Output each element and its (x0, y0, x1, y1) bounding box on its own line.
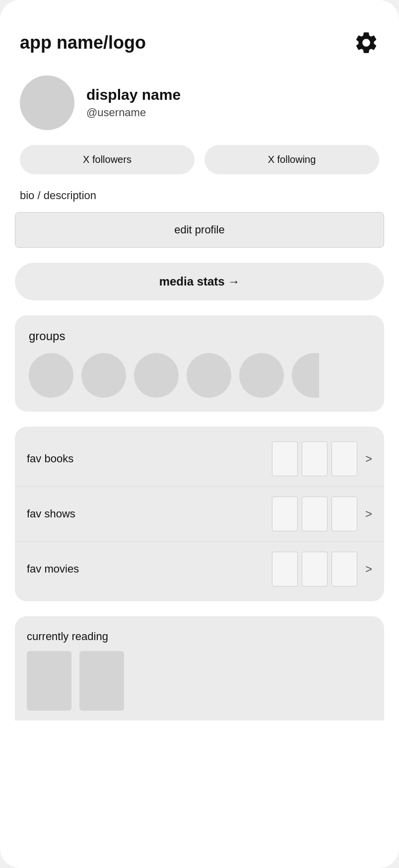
fav-movie-thumb-1 (272, 552, 298, 586)
username: @username (86, 106, 181, 119)
group-avatar-5[interactable] (239, 353, 284, 398)
reading-thumb-2[interactable] (79, 651, 124, 711)
reading-items (27, 651, 372, 711)
edit-profile-button[interactable]: edit profile (15, 212, 384, 248)
display-name: display name (86, 86, 181, 103)
media-stats-button[interactable]: media stats → (15, 263, 384, 300)
fav-books-arrow: > (365, 452, 372, 466)
fav-movies-arrow: > (365, 562, 372, 576)
settings-icon[interactable] (353, 30, 379, 56)
fav-movies-label: fav movies (27, 563, 272, 576)
profile-info: display name @username (86, 86, 181, 119)
fav-shows-label: fav shows (27, 507, 272, 520)
fav-books-label: fav books (27, 452, 272, 465)
bio: bio / description (15, 184, 384, 212)
fav-show-thumb-2 (302, 497, 328, 531)
app-title: app name/logo (20, 32, 146, 53)
reading-title: currently reading (27, 630, 372, 643)
profile-section: display name @username (15, 66, 384, 135)
phone-screen: app name/logo display name @username X f… (0, 0, 399, 868)
fav-book-thumb-3 (332, 441, 357, 476)
favorites-section: fav books > fav shows > fav movies (15, 427, 384, 601)
currently-reading-section: currently reading (15, 616, 384, 721)
fav-show-thumb-1 (272, 497, 298, 531)
groups-row (29, 353, 370, 398)
fav-book-thumb-2 (302, 441, 328, 476)
reading-thumb-1[interactable] (27, 651, 71, 711)
fav-movie-thumb-2 (302, 552, 328, 586)
group-avatar-1[interactable] (29, 353, 73, 398)
group-avatar-2[interactable] (81, 353, 126, 398)
fav-movie-thumb-3 (332, 552, 357, 586)
fav-shows-row[interactable]: fav shows > (15, 487, 384, 542)
fav-movies-row[interactable]: fav movies > (15, 542, 384, 596)
follow-stats: X followers X following (15, 135, 384, 184)
group-avatar-3[interactable] (134, 353, 179, 398)
group-avatar-6-partial[interactable] (292, 353, 319, 398)
groups-section: groups (15, 315, 384, 412)
fav-books-thumbnails (272, 441, 357, 476)
fav-shows-thumbnails (272, 497, 357, 531)
fav-book-thumb-1 (272, 441, 298, 476)
group-avatar-4[interactable] (187, 353, 231, 398)
fav-books-row[interactable]: fav books > (15, 432, 384, 487)
header: app name/logo (15, 0, 384, 66)
fav-show-thumb-3 (332, 497, 357, 531)
fav-movies-thumbnails (272, 552, 357, 586)
groups-title: groups (29, 329, 370, 343)
avatar (20, 75, 74, 130)
fav-shows-arrow: > (365, 507, 372, 521)
followers-button[interactable]: X followers (20, 145, 195, 174)
following-button[interactable]: X following (204, 145, 379, 174)
